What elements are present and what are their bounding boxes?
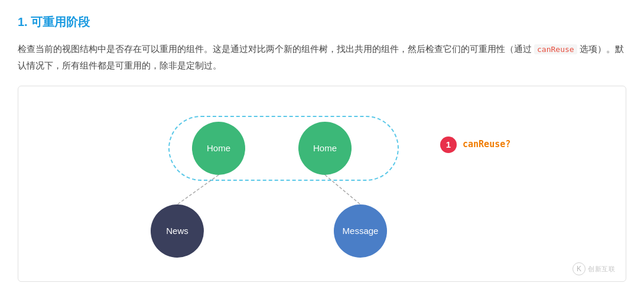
- watermark: K 创新互联: [573, 262, 615, 275]
- badge-area: 1 canReuse?: [440, 136, 510, 153]
- page-wrapper: 1. 可重用阶段 检查当前的视图结构中是否存在可以重用的组件。这是通过对比两个新…: [0, 0, 644, 294]
- node-news-label: News: [166, 223, 188, 239]
- diagram-container: Home Home News Message 1 canReuse? K: [18, 86, 626, 282]
- node-home-left: Home: [192, 122, 245, 175]
- diagram-inner: Home Home News Message 1 canReuse?: [139, 104, 505, 258]
- node-home-left-label: Home: [207, 141, 230, 156]
- node-message-label: Message: [343, 223, 379, 239]
- node-news: News: [151, 204, 204, 258]
- badge-number: 1: [446, 137, 451, 152]
- watermark-symbol: K: [577, 263, 581, 275]
- canreuse-code: canReuse: [534, 44, 577, 54]
- node-message: Message: [334, 204, 387, 258]
- section-title: 1. 可重用阶段: [18, 12, 626, 32]
- watermark-text: 创新互联: [588, 264, 615, 275]
- badge-circle: 1: [440, 136, 457, 153]
- badge-code: canReuse?: [463, 137, 510, 152]
- node-home-right: Home: [298, 122, 352, 175]
- description: 检查当前的视图结构中是否存在可以重用的组件。这是通过对比两个新的组件树，找出共用…: [18, 41, 626, 74]
- desc-text1: 检查当前的视图结构中是否存在可以重用的组件。这是通过对比两个新的组件树，找出共用…: [18, 44, 532, 54]
- watermark-icon: K: [573, 262, 586, 275]
- node-home-right-label: Home: [313, 141, 337, 156]
